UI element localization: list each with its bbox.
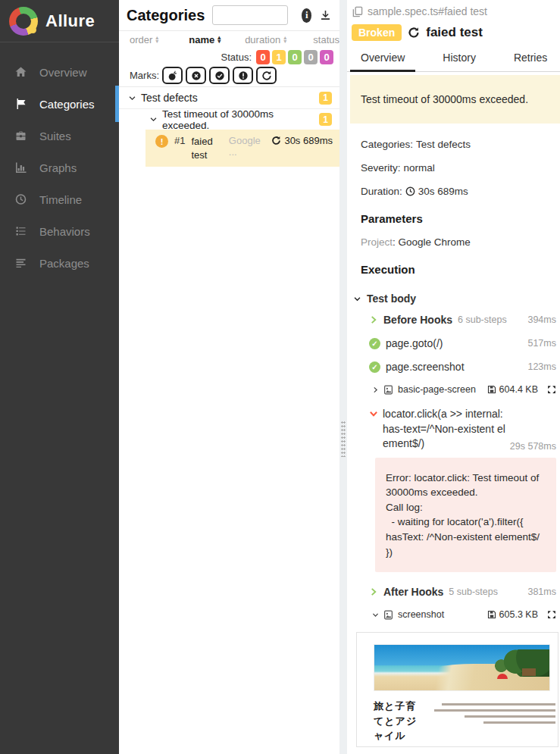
expand-icon[interactable] — [547, 385, 556, 394]
status-message: Test timeout of 30000ms exceeded. — [361, 93, 528, 105]
allure-report-app: Allure Overview Categories Suites Graphs… — [0, 0, 560, 754]
chevron-right-icon — [369, 315, 378, 324]
circle-check-icon[interactable] — [209, 67, 230, 84]
step-time: 29s 578ms — [510, 441, 556, 452]
attachment-size: 605.3 KB — [499, 609, 538, 620]
marks-filter-row: Marks: — [119, 67, 339, 87]
resize-handle[interactable] — [341, 421, 346, 457]
test-fields: Categories: Test defects Severity: norma… — [361, 139, 560, 197]
attachment-basic-page-screen[interactable]: basic-page-screen 604.4 KB — [372, 384, 560, 395]
step-time: 123ms — [527, 361, 556, 372]
clock-icon — [14, 193, 27, 205]
attachment-screenshot[interactable]: screenshot 605.3 KB — [372, 609, 560, 620]
test-name: faied test — [191, 135, 222, 161]
image-file-icon — [383, 610, 393, 620]
search-input[interactable] — [212, 5, 288, 25]
count-badge: 1 — [319, 92, 332, 105]
detail-tabs: Overview History Retries — [347, 45, 560, 72]
step-before-hooks[interactable]: Before Hooks 6 sub-steps 394ms — [369, 314, 560, 326]
panel-resize-gutter[interactable] — [339, 0, 347, 754]
parameters-heading: Parameters — [361, 212, 560, 225]
chevron-right-icon — [369, 587, 378, 596]
sidebar-item-label: Overview — [39, 66, 87, 79]
status-badge-unknown[interactable]: 0 — [320, 50, 333, 64]
sidebar-item-label: Suites — [39, 130, 71, 142]
test-order: #1 — [174, 135, 185, 146]
sidebar: Allure Overview Categories Suites Graphs… — [0, 0, 119, 754]
flag-icon — [14, 98, 27, 110]
screenshot-attachment-preview[interactable]: 旅と子育てとアジャイル コーチのブログ「世界」 SwitchBot（スイッチボッ… — [356, 632, 558, 747]
sidebar-item-label: Packages — [39, 257, 89, 270]
expand-icon[interactable] — [547, 610, 556, 619]
step-label: page.screenshot — [386, 361, 465, 373]
duration-field: Duration: 30s 689ms — [361, 186, 560, 197]
broken-status-icon: ! — [155, 135, 168, 148]
copy-icon[interactable] — [352, 6, 363, 17]
sidebar-item-label: Behaviors — [39, 225, 90, 238]
circle-cross-icon[interactable] — [186, 67, 206, 84]
column-order[interactable]: order▴▾ — [130, 34, 178, 45]
tree-node-timeout[interactable]: Test timeout of 30000ms exceeded. 1 — [119, 108, 339, 130]
bomb-icon[interactable] — [162, 67, 183, 84]
sidebar-item-overview[interactable]: Overview — [0, 56, 119, 88]
categories-field: Categories: Test defects — [361, 139, 560, 150]
tree-node-test-defects[interactable]: Test defects 1 — [119, 87, 339, 108]
panel-title: Categories — [127, 7, 205, 24]
retry-icon — [271, 136, 281, 145]
tab-overview[interactable]: Overview — [350, 45, 415, 72]
step-after-hooks[interactable]: After Hooks 5 sub-steps 381ms — [369, 586, 560, 598]
sidebar-item-categories[interactable]: Categories — [0, 88, 119, 120]
tree-node-label: Test defects — [141, 92, 314, 104]
step-page-goto[interactable]: ✓ page.goto(/) 517ms — [369, 337, 560, 349]
status-badge-passed[interactable]: 0 — [288, 50, 302, 64]
status-badge-skipped[interactable]: 0 — [304, 50, 318, 64]
test-title: faied test — [426, 25, 483, 40]
column-status[interactable]: status — [313, 34, 339, 45]
chevron-down-icon-failed — [369, 409, 378, 418]
step-page-screenshot[interactable]: ✓ page.screenshot 123ms — [369, 361, 560, 373]
step-time: 394ms — [527, 314, 556, 325]
site-title-line2: コーチのブログ「世界」 — [374, 743, 427, 748]
step-locator-click-failed[interactable]: locator.click(a >> internal:has-text=/^N… — [369, 407, 560, 452]
site-nav-links — [434, 703, 555, 747]
panel-header: Categories i — [119, 0, 339, 30]
sidebar-item-graphs[interactable]: Graphs — [0, 152, 119, 183]
info-icon[interactable]: i — [302, 8, 311, 23]
bar-chart-icon — [14, 161, 27, 174]
status-pill-broken: Broken — [352, 24, 402, 41]
retry-icon[interactable] — [256, 67, 277, 84]
circle-exclamation-icon[interactable] — [233, 67, 253, 84]
sidebar-item-packages[interactable]: Packages — [0, 247, 119, 279]
step-time: 517ms — [527, 338, 556, 349]
test-title-row: Broken faied test — [352, 24, 555, 41]
file-size-icon — [487, 385, 496, 394]
chevron-right-icon — [372, 386, 379, 393]
site-title-block: 旅と子育てとアジャイル コーチのブログ「世界」 — [374, 699, 427, 747]
sidebar-item-suites[interactable]: Suites — [0, 120, 119, 152]
column-duration[interactable]: duration▴▾ — [232, 34, 299, 45]
column-name[interactable]: name▴▾ — [178, 34, 232, 45]
list-icon — [14, 225, 27, 237]
test-result-row-selected[interactable]: ! #1 faied test Google ... 30s 689ms — [145, 130, 339, 167]
categories-tree: Test defects 1 Test timeout of 30000ms e… — [119, 87, 339, 167]
status-badge-broken[interactable]: 1 — [272, 50, 286, 64]
severity-field: Severity: normal — [361, 162, 560, 174]
error-message-box[interactable]: Error: locator.click: Test timeout of 30… — [375, 458, 556, 572]
sidebar-item-behaviors[interactable]: Behaviors — [0, 215, 119, 247]
execution-heading: Execution — [361, 263, 560, 276]
download-icon[interactable] — [319, 9, 332, 21]
align-left-icon — [14, 257, 27, 269]
sidebar-item-timeline[interactable]: Timeline — [0, 183, 119, 215]
tab-history[interactable]: History — [432, 45, 486, 71]
sidebar-item-label: Timeline — [39, 193, 82, 206]
tab-retries[interactable]: Retries — [503, 45, 558, 71]
step-label: page.goto(/) — [386, 337, 443, 349]
sidebar-nav: Overview Categories Suites Graphs Timeli… — [0, 42, 119, 279]
test-duration: 30s 689ms — [284, 135, 333, 146]
test-body-toggle[interactable]: Test body — [353, 293, 560, 305]
site-title-line1: 旅と子育てとアジャイル — [374, 699, 427, 743]
steps-list: Before Hooks 6 sub-steps 394ms ✓ page.go… — [369, 314, 560, 620]
status-badge-failed[interactable]: 0 — [256, 50, 270, 64]
sidebar-item-label: Graphs — [39, 161, 77, 174]
categories-panel: Categories i order▴▾ name▴▾ duration▴▾ s… — [119, 0, 339, 754]
